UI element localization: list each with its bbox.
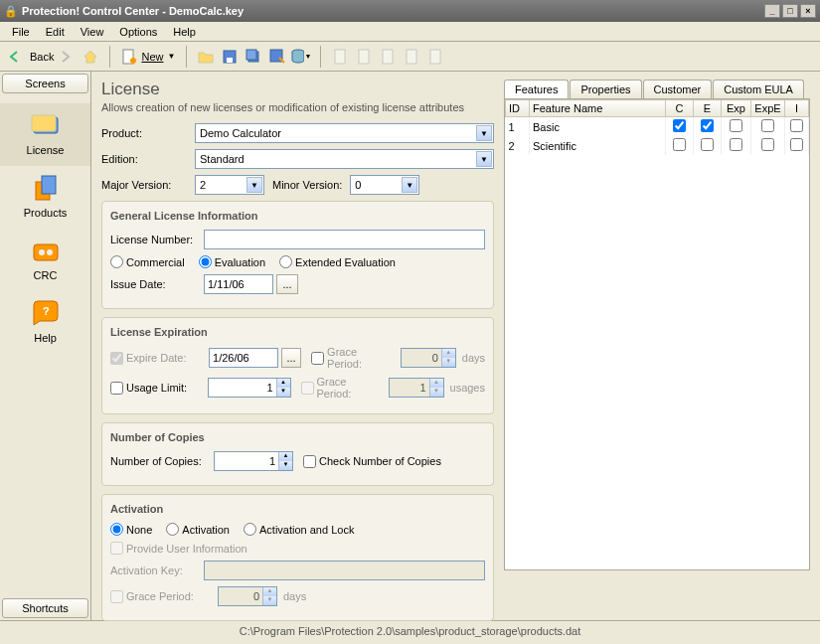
grace-spinner[interactable]: ▲▼ <box>401 348 456 368</box>
provide-user-check[interactable]: Provide User Information <box>110 542 247 555</box>
status-bar: C:\Program Files\Protection 2.0\samples\… <box>0 620 820 642</box>
dropdown-icon: ▼ <box>246 177 262 193</box>
new-dropdown-icon: ▼ <box>167 52 175 61</box>
product-combo[interactable]: Demo Calculator▼ <box>195 123 494 143</box>
saveas-icon[interactable] <box>266 46 288 68</box>
products-icon <box>30 172 62 204</box>
col-expe[interactable]: ExpE <box>751 100 785 117</box>
new-label: New <box>137 51 167 63</box>
sidebar-item-help[interactable]: ? Help <box>0 291 90 354</box>
tab-features[interactable]: Features <box>504 80 569 98</box>
issue-input[interactable] <box>204 274 273 294</box>
tab-properties[interactable]: Properties <box>570 80 641 98</box>
menu-file[interactable]: File <box>4 24 38 40</box>
col-e[interactable]: E <box>694 100 722 117</box>
issue-browse-button[interactable]: ... <box>276 274 298 294</box>
doc5-icon[interactable] <box>424 46 446 68</box>
sidebar-item-products[interactable]: Products <box>0 166 90 229</box>
expire-browse-button[interactable]: ... <box>281 348 301 368</box>
radio-act-lock[interactable]: Activation and Lock <box>244 523 354 536</box>
grace-unit: days <box>462 352 485 364</box>
edition-label: Edition: <box>101 153 195 165</box>
feature-checkbox[interactable] <box>673 138 686 151</box>
close-button[interactable]: × <box>800 4 816 18</box>
doc1-icon[interactable] <box>329 46 351 68</box>
feature-checkbox[interactable] <box>730 119 742 132</box>
group-exp-title: License Expiration <box>110 326 485 338</box>
radio-act-none[interactable]: None <box>110 523 152 536</box>
actgrace-spinner[interactable]: ▲▼ <box>218 586 277 606</box>
maximize-button[interactable]: □ <box>782 4 798 18</box>
doc3-icon[interactable] <box>377 46 399 68</box>
grace2-spinner[interactable]: ▲▼ <box>389 378 443 398</box>
tab-eula[interactable]: Custom EULA <box>713 80 804 98</box>
database-icon[interactable]: ▼ <box>290 46 312 68</box>
feature-checkbox[interactable] <box>761 119 774 132</box>
menu-help[interactable]: Help <box>165 24 204 40</box>
save-icon[interactable] <box>219 46 241 68</box>
sidebar-header[interactable]: Screens <box>2 74 88 93</box>
feature-checkbox[interactable] <box>790 138 803 151</box>
table-row[interactable]: 1Basic <box>506 117 809 137</box>
tab-customer[interactable]: Customer <box>643 80 713 98</box>
table-row[interactable]: 2Scientific <box>506 136 809 155</box>
window-title: Protection! Control Center - DemoCalc.ke… <box>22 5 244 17</box>
col-name[interactable]: Feature Name <box>530 100 666 117</box>
doc2-icon[interactable] <box>353 46 375 68</box>
radio-evaluation[interactable]: Evaluation <box>199 255 265 268</box>
saveall-icon[interactable] <box>243 46 264 68</box>
open-icon[interactable] <box>195 46 217 68</box>
actgrace-unit: days <box>283 590 306 602</box>
svg-rect-9 <box>359 50 369 64</box>
major-combo[interactable]: 2▼ <box>195 175 264 195</box>
copies-label: Number of Copies: <box>110 455 214 467</box>
dropdown-icon: ▼ <box>476 125 492 141</box>
svg-rect-5 <box>246 50 256 60</box>
svg-rect-3 <box>227 58 233 63</box>
dropdown-icon: ▼ <box>476 151 492 167</box>
licnum-input[interactable] <box>204 230 485 249</box>
back-arrow-icon[interactable] <box>6 46 28 68</box>
grace-check[interactable]: Grace Period: <box>311 346 387 370</box>
sidebar-item-license[interactable]: License <box>0 103 90 166</box>
expire-input[interactable] <box>209 348 278 368</box>
group-activation-title: Activation <box>110 503 485 515</box>
menu-options[interactable]: Options <box>111 24 165 40</box>
col-c[interactable]: C <box>666 100 694 117</box>
feature-checkbox[interactable] <box>761 138 774 151</box>
feature-checkbox[interactable] <box>701 138 714 151</box>
usage-spinner[interactable]: ▲▼ <box>208 378 291 398</box>
forward-arrow-icon[interactable] <box>56 46 78 68</box>
actgrace-check[interactable]: Grace Period: <box>110 590 204 603</box>
app-icon: 🔒 <box>4 5 18 18</box>
licnum-label: License Number: <box>110 234 204 245</box>
copies-spinner[interactable]: ▲▼ <box>214 451 293 471</box>
feature-checkbox[interactable] <box>730 138 742 151</box>
feature-checkbox[interactable] <box>701 119 714 132</box>
usage-check[interactable]: Usage Limit: <box>110 382 194 395</box>
edition-combo[interactable]: Standard▼ <box>195 149 494 169</box>
back-label[interactable]: Back <box>30 51 54 63</box>
minor-combo[interactable]: 0▼ <box>350 175 419 195</box>
radio-commercial[interactable]: Commercial <box>110 255 185 268</box>
sidebar-item-crc[interactable]: CRC <box>0 229 90 291</box>
radio-ext-evaluation[interactable]: Extended Evaluation <box>279 255 396 268</box>
grace2-check[interactable]: Grace Period: <box>301 376 376 400</box>
new-button[interactable]: New ▼ <box>118 48 178 66</box>
col-exp[interactable]: Exp <box>722 100 751 117</box>
minimize-button[interactable]: _ <box>764 4 780 18</box>
svg-text:?: ? <box>43 305 50 317</box>
home-icon[interactable] <box>80 46 101 68</box>
feature-checkbox[interactable] <box>673 119 686 132</box>
col-id[interactable]: ID <box>506 100 530 117</box>
check-copies[interactable]: Check Number of Copies <box>303 455 441 468</box>
expire-check[interactable]: Expire Date: <box>110 352 195 365</box>
menu-edit[interactable]: Edit <box>38 24 73 40</box>
menu-view[interactable]: View <box>73 24 112 40</box>
feature-checkbox[interactable] <box>790 119 803 132</box>
toolbar: Back New ▼ ▼ <box>0 42 820 72</box>
col-i[interactable]: I <box>785 100 809 117</box>
doc4-icon[interactable] <box>401 46 422 68</box>
radio-act[interactable]: Activation <box>166 523 230 536</box>
sidebar-footer[interactable]: Shortcuts <box>2 598 88 618</box>
